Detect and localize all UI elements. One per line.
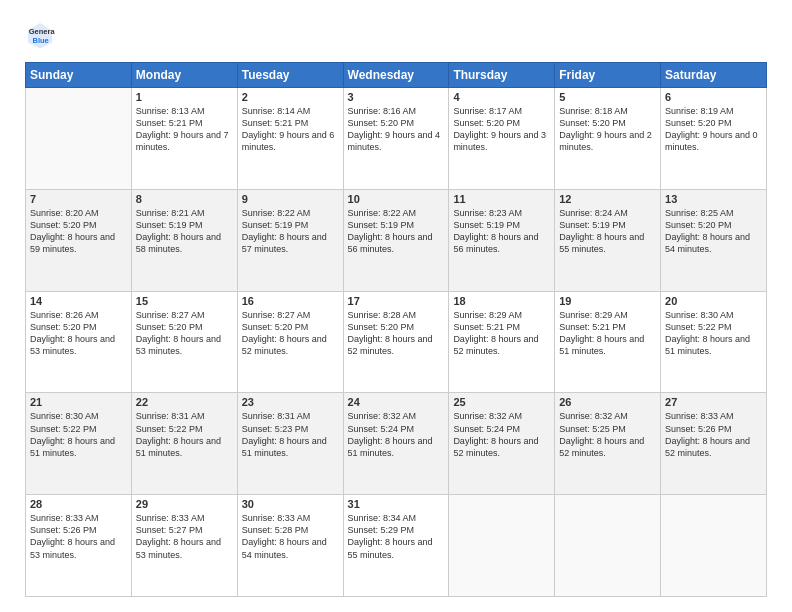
cell-info: Sunrise: 8:31 AMSunset: 5:23 PMDaylight:… (242, 410, 339, 459)
day-number: 7 (30, 193, 127, 205)
cell-info: Sunrise: 8:27 AMSunset: 5:20 PMDaylight:… (242, 309, 339, 358)
calendar-cell: 7Sunrise: 8:20 AMSunset: 5:20 PMDaylight… (26, 189, 132, 291)
cell-info: Sunrise: 8:13 AMSunset: 5:21 PMDaylight:… (136, 105, 233, 154)
calendar-cell: 12Sunrise: 8:24 AMSunset: 5:19 PMDayligh… (555, 189, 661, 291)
day-number: 19 (559, 295, 656, 307)
calendar-header-friday: Friday (555, 63, 661, 88)
calendar-cell: 2Sunrise: 8:14 AMSunset: 5:21 PMDaylight… (237, 88, 343, 190)
day-number: 12 (559, 193, 656, 205)
calendar-cell: 29Sunrise: 8:33 AMSunset: 5:27 PMDayligh… (131, 495, 237, 597)
calendar-header-tuesday: Tuesday (237, 63, 343, 88)
calendar-cell: 21Sunrise: 8:30 AMSunset: 5:22 PMDayligh… (26, 393, 132, 495)
calendar-cell (555, 495, 661, 597)
calendar-cell: 11Sunrise: 8:23 AMSunset: 5:19 PMDayligh… (449, 189, 555, 291)
calendar-header-saturday: Saturday (661, 63, 767, 88)
cell-info: Sunrise: 8:32 AMSunset: 5:24 PMDaylight:… (348, 410, 445, 459)
cell-info: Sunrise: 8:22 AMSunset: 5:19 PMDaylight:… (348, 207, 445, 256)
calendar-cell: 6Sunrise: 8:19 AMSunset: 5:20 PMDaylight… (661, 88, 767, 190)
calendar-cell: 4Sunrise: 8:17 AMSunset: 5:20 PMDaylight… (449, 88, 555, 190)
day-number: 31 (348, 498, 445, 510)
calendar-cell (661, 495, 767, 597)
calendar-header-row: SundayMondayTuesdayWednesdayThursdayFrid… (26, 63, 767, 88)
calendar-cell: 19Sunrise: 8:29 AMSunset: 5:21 PMDayligh… (555, 291, 661, 393)
cell-info: Sunrise: 8:16 AMSunset: 5:20 PMDaylight:… (348, 105, 445, 154)
day-number: 24 (348, 396, 445, 408)
cell-info: Sunrise: 8:33 AMSunset: 5:28 PMDaylight:… (242, 512, 339, 561)
cell-info: Sunrise: 8:27 AMSunset: 5:20 PMDaylight:… (136, 309, 233, 358)
day-number: 30 (242, 498, 339, 510)
cell-info: Sunrise: 8:24 AMSunset: 5:19 PMDaylight:… (559, 207, 656, 256)
day-number: 25 (453, 396, 550, 408)
calendar-cell: 1Sunrise: 8:13 AMSunset: 5:21 PMDaylight… (131, 88, 237, 190)
calendar-cell: 27Sunrise: 8:33 AMSunset: 5:26 PMDayligh… (661, 393, 767, 495)
day-number: 9 (242, 193, 339, 205)
calendar-header-sunday: Sunday (26, 63, 132, 88)
calendar-cell: 25Sunrise: 8:32 AMSunset: 5:24 PMDayligh… (449, 393, 555, 495)
calendar-cell: 17Sunrise: 8:28 AMSunset: 5:20 PMDayligh… (343, 291, 449, 393)
cell-info: Sunrise: 8:31 AMSunset: 5:22 PMDaylight:… (136, 410, 233, 459)
calendar-cell: 13Sunrise: 8:25 AMSunset: 5:20 PMDayligh… (661, 189, 767, 291)
day-number: 8 (136, 193, 233, 205)
day-number: 17 (348, 295, 445, 307)
calendar-cell: 16Sunrise: 8:27 AMSunset: 5:20 PMDayligh… (237, 291, 343, 393)
calendar-week-row: 21Sunrise: 8:30 AMSunset: 5:22 PMDayligh… (26, 393, 767, 495)
cell-info: Sunrise: 8:29 AMSunset: 5:21 PMDaylight:… (559, 309, 656, 358)
cell-info: Sunrise: 8:22 AMSunset: 5:19 PMDaylight:… (242, 207, 339, 256)
cell-info: Sunrise: 8:32 AMSunset: 5:24 PMDaylight:… (453, 410, 550, 459)
calendar-week-row: 7Sunrise: 8:20 AMSunset: 5:20 PMDaylight… (26, 189, 767, 291)
calendar-cell: 28Sunrise: 8:33 AMSunset: 5:26 PMDayligh… (26, 495, 132, 597)
day-number: 15 (136, 295, 233, 307)
header: General Blue (25, 20, 767, 50)
calendar-cell: 14Sunrise: 8:26 AMSunset: 5:20 PMDayligh… (26, 291, 132, 393)
day-number: 18 (453, 295, 550, 307)
cell-info: Sunrise: 8:30 AMSunset: 5:22 PMDaylight:… (665, 309, 762, 358)
calendar-cell: 26Sunrise: 8:32 AMSunset: 5:25 PMDayligh… (555, 393, 661, 495)
day-number: 29 (136, 498, 233, 510)
logo: General Blue (25, 20, 59, 50)
cell-info: Sunrise: 8:26 AMSunset: 5:20 PMDaylight:… (30, 309, 127, 358)
day-number: 4 (453, 91, 550, 103)
calendar-header-wednesday: Wednesday (343, 63, 449, 88)
day-number: 11 (453, 193, 550, 205)
calendar-cell: 15Sunrise: 8:27 AMSunset: 5:20 PMDayligh… (131, 291, 237, 393)
day-number: 1 (136, 91, 233, 103)
calendar-cell: 31Sunrise: 8:34 AMSunset: 5:29 PMDayligh… (343, 495, 449, 597)
day-number: 13 (665, 193, 762, 205)
calendar-week-row: 1Sunrise: 8:13 AMSunset: 5:21 PMDaylight… (26, 88, 767, 190)
cell-info: Sunrise: 8:17 AMSunset: 5:20 PMDaylight:… (453, 105, 550, 154)
cell-info: Sunrise: 8:18 AMSunset: 5:20 PMDaylight:… (559, 105, 656, 154)
calendar-table: SundayMondayTuesdayWednesdayThursdayFrid… (25, 62, 767, 597)
calendar-cell: 3Sunrise: 8:16 AMSunset: 5:20 PMDaylight… (343, 88, 449, 190)
cell-info: Sunrise: 8:28 AMSunset: 5:20 PMDaylight:… (348, 309, 445, 358)
calendar-cell: 18Sunrise: 8:29 AMSunset: 5:21 PMDayligh… (449, 291, 555, 393)
calendar-cell (26, 88, 132, 190)
cell-info: Sunrise: 8:25 AMSunset: 5:20 PMDaylight:… (665, 207, 762, 256)
day-number: 3 (348, 91, 445, 103)
cell-info: Sunrise: 8:33 AMSunset: 5:27 PMDaylight:… (136, 512, 233, 561)
day-number: 14 (30, 295, 127, 307)
cell-info: Sunrise: 8:33 AMSunset: 5:26 PMDaylight:… (665, 410, 762, 459)
calendar-cell: 24Sunrise: 8:32 AMSunset: 5:24 PMDayligh… (343, 393, 449, 495)
calendar-cell: 30Sunrise: 8:33 AMSunset: 5:28 PMDayligh… (237, 495, 343, 597)
day-number: 2 (242, 91, 339, 103)
cell-info: Sunrise: 8:29 AMSunset: 5:21 PMDaylight:… (453, 309, 550, 358)
cell-info: Sunrise: 8:14 AMSunset: 5:21 PMDaylight:… (242, 105, 339, 154)
cell-info: Sunrise: 8:32 AMSunset: 5:25 PMDaylight:… (559, 410, 656, 459)
day-number: 20 (665, 295, 762, 307)
cell-info: Sunrise: 8:20 AMSunset: 5:20 PMDaylight:… (30, 207, 127, 256)
calendar-header-monday: Monday (131, 63, 237, 88)
calendar-header-thursday: Thursday (449, 63, 555, 88)
calendar-cell: 10Sunrise: 8:22 AMSunset: 5:19 PMDayligh… (343, 189, 449, 291)
calendar-cell: 22Sunrise: 8:31 AMSunset: 5:22 PMDayligh… (131, 393, 237, 495)
day-number: 21 (30, 396, 127, 408)
calendar-cell: 23Sunrise: 8:31 AMSunset: 5:23 PMDayligh… (237, 393, 343, 495)
cell-info: Sunrise: 8:34 AMSunset: 5:29 PMDaylight:… (348, 512, 445, 561)
cell-info: Sunrise: 8:23 AMSunset: 5:19 PMDaylight:… (453, 207, 550, 256)
day-number: 26 (559, 396, 656, 408)
cell-info: Sunrise: 8:21 AMSunset: 5:19 PMDaylight:… (136, 207, 233, 256)
cell-info: Sunrise: 8:30 AMSunset: 5:22 PMDaylight:… (30, 410, 127, 459)
calendar-cell: 5Sunrise: 8:18 AMSunset: 5:20 PMDaylight… (555, 88, 661, 190)
cell-info: Sunrise: 8:33 AMSunset: 5:26 PMDaylight:… (30, 512, 127, 561)
logo-icon: General Blue (25, 20, 55, 50)
cell-info: Sunrise: 8:19 AMSunset: 5:20 PMDaylight:… (665, 105, 762, 154)
